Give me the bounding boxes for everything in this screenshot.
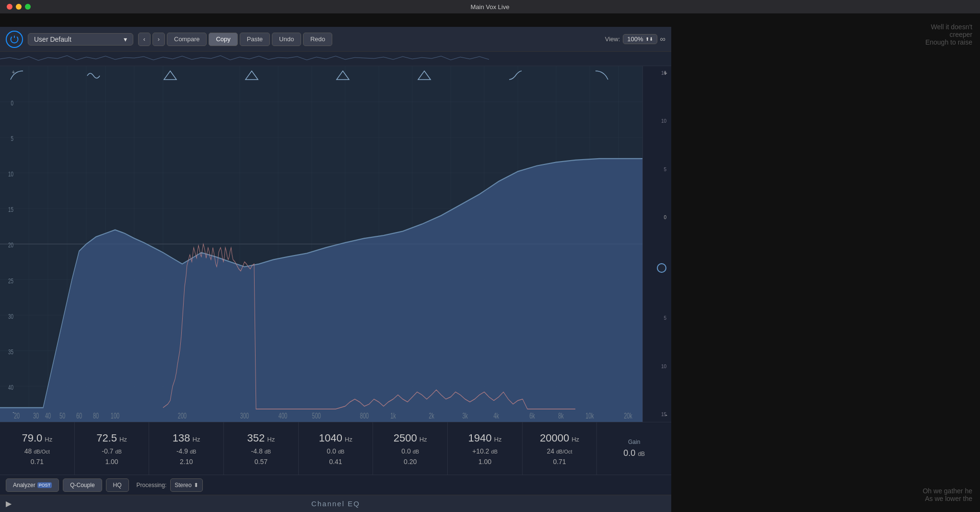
minimize-button[interactable] [16, 4, 22, 10]
svg-text:50: 50 [59, 411, 65, 420]
svg-text:10k: 10k [585, 411, 594, 420]
band-handles [0, 66, 614, 85]
band-7-info[interactable]: 1940 Hz +10.2 dB 1.00 [448, 422, 523, 475]
svg-text:3k: 3k [462, 411, 468, 420]
svg-text:4k: 4k [493, 411, 499, 420]
svg-marker-3 [337, 71, 349, 80]
analyzer-button[interactable]: Analyzer POST [6, 478, 59, 492]
svg-text:20: 20 [8, 242, 13, 249]
band-6-handle[interactable] [417, 70, 432, 83]
gain-circle[interactable] [657, 263, 666, 273]
svg-text:40: 40 [45, 411, 51, 420]
toolbar-buttons: ‹ › Compare Copy Paste Undo Redo [138, 33, 600, 46]
app-window: Main Vox Live User Default ▾ ‹ › [0, 0, 980, 512]
band-2-handle[interactable] [86, 70, 101, 83]
eq-plugin: User Default ▾ ‹ › Compare Copy Paste Un… [0, 27, 671, 512]
scale-plus-button[interactable]: + [664, 69, 667, 77]
maximize-button[interactable] [25, 4, 31, 10]
hq-button[interactable]: HQ [106, 478, 129, 492]
close-button[interactable] [7, 4, 12, 10]
scale-10: 10 [643, 119, 668, 124]
compare-button[interactable]: Compare [167, 33, 207, 46]
svg-text:300: 300 [240, 411, 249, 420]
svg-text:-: - [12, 407, 14, 417]
preset-dropdown[interactable]: User Default ▾ [28, 33, 133, 46]
band-3-handle[interactable] [163, 70, 177, 83]
q-couple-button[interactable]: Q-Couple [63, 478, 102, 492]
band-2-info[interactable]: 72.5 Hz -0.7 dB 1.00 [75, 422, 150, 475]
plugin-title: Channel EQ [311, 500, 360, 508]
band-6-info[interactable]: 2500 Hz 0.0 dB 0.20 [373, 422, 448, 475]
scale-0: 0 [643, 215, 668, 220]
band-7-handle[interactable] [508, 70, 523, 83]
traffic-lights [7, 4, 31, 10]
scale-minus-button[interactable]: - [665, 411, 667, 419]
play-button[interactable]: ▶ [6, 499, 12, 508]
svg-marker-4 [418, 71, 431, 80]
gain-value: 0.0 dB [623, 448, 645, 458]
band-4-handle[interactable] [245, 70, 259, 83]
title-bar: Main Vox Live [0, 0, 980, 13]
redo-button[interactable]: Redo [303, 33, 332, 46]
processing-select[interactable]: Stereo ⬍ [170, 478, 202, 492]
view-percentage[interactable]: 100% ⬆⬇ [623, 34, 657, 44]
eq-display: 20 30 40 50 60 80 100 200 300 400 500 80… [0, 66, 671, 422]
svg-text:5: 5 [11, 135, 13, 142]
svg-text:10: 10 [8, 170, 13, 178]
plugin-title-bar: ▶ Channel EQ [0, 495, 671, 512]
scale-5-bottom: 5 [643, 316, 668, 321]
scale-10-bottom: 10 [643, 364, 668, 369]
svg-text:200: 200 [178, 411, 187, 420]
forward-button[interactable]: › [152, 33, 165, 46]
svg-text:40: 40 [8, 384, 13, 391]
svg-text:20: 20 [14, 411, 20, 420]
band-1-handle[interactable] [10, 70, 24, 83]
band-8-handle[interactable] [595, 70, 609, 83]
scale-5-top: 5 [643, 167, 668, 172]
svg-text:800: 800 [360, 411, 369, 420]
svg-text:100: 100 [111, 411, 120, 420]
processing-label: Processing: [137, 482, 167, 489]
svg-text:2k: 2k [429, 411, 434, 420]
band-5-info[interactable]: 1040 Hz 0.0 dB 0.41 [299, 422, 373, 475]
svg-text:500: 500 [312, 411, 321, 420]
post-badge: POST [37, 482, 52, 488]
svg-text:8k: 8k [558, 411, 564, 420]
link-icon[interactable]: ∞ [660, 35, 665, 44]
eq-curve-svg: 20 30 40 50 60 80 100 200 300 400 500 80… [0, 66, 642, 422]
copy-button[interactable]: Copy [209, 33, 237, 46]
gain-info[interactable]: Gain 0.0 dB [597, 422, 671, 475]
back-button[interactable]: ‹ [138, 33, 151, 46]
svg-text:25: 25 [8, 277, 13, 285]
band-3-info[interactable]: 138 Hz -4.9 dB 2.10 [149, 422, 224, 475]
undo-button[interactable]: Undo [272, 33, 301, 46]
waveform-strip [0, 52, 671, 66]
band-4-info[interactable]: 352 Hz -4.8 dB 0.57 [224, 422, 299, 475]
svg-marker-2 [245, 71, 258, 80]
svg-text:400: 400 [279, 411, 288, 420]
band-1-info[interactable]: 79.0 Hz 48 dB/Oct 0.71 [0, 422, 75, 475]
svg-text:0: 0 [11, 99, 13, 107]
view-label: View: [605, 35, 620, 43]
eq-canvas[interactable]: 20 30 40 50 60 80 100 200 300 400 500 80… [0, 66, 642, 422]
gain-label: Gain [628, 439, 640, 445]
paste-button[interactable]: Paste [240, 33, 270, 46]
window-title: Main Vox Live [471, 3, 510, 11]
power-button[interactable] [6, 31, 23, 48]
svg-text:6k: 6k [529, 411, 535, 420]
plugin-header: User Default ▾ ‹ › Compare Copy Paste Un… [0, 27, 671, 52]
svg-text:30: 30 [8, 313, 13, 320]
svg-text:60: 60 [76, 411, 82, 420]
band-5-handle[interactable] [336, 70, 350, 83]
band-8-info[interactable]: 20000 Hz 24 dB/Oct 0.71 [523, 422, 597, 475]
svg-text:30: 30 [33, 411, 39, 420]
bottom-toolbar: Analyzer POST Q-Couple HQ Processing: St… [0, 475, 671, 495]
svg-text:35: 35 [8, 348, 13, 356]
svg-text:80: 80 [93, 411, 99, 420]
svg-text:20k: 20k [624, 411, 632, 420]
band-info-row: 79.0 Hz 48 dB/Oct 0.71 72.5 Hz [0, 422, 671, 475]
scale-15-bottom: 15 [643, 412, 668, 417]
right-scale-marks: 15 10 5 0 5 10 15 [643, 66, 671, 422]
svg-text:15: 15 [8, 206, 13, 213]
view-control: View: 100% ⬆⬇ ∞ [605, 34, 665, 44]
